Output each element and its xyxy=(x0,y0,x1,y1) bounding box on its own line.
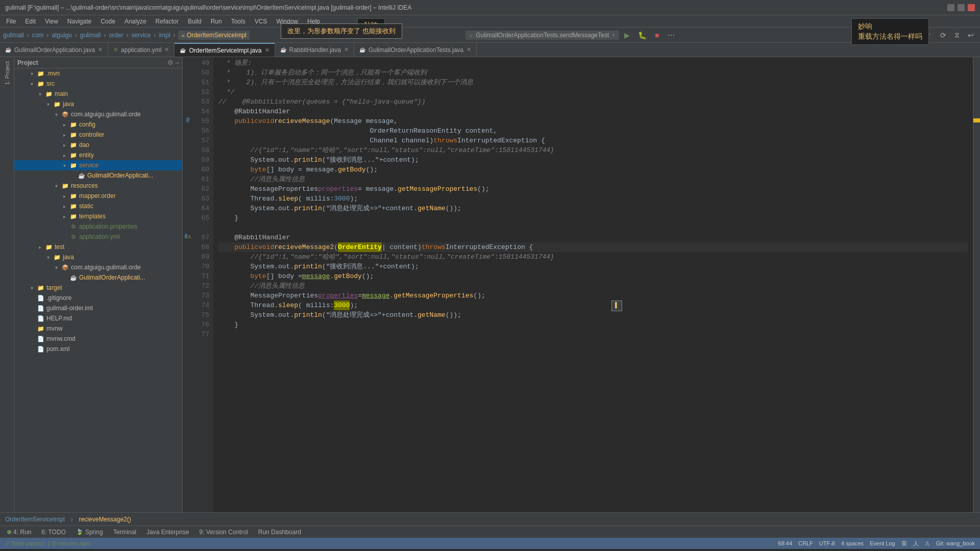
app-title: gulimall [F:\gulimall] – ...\gulimall-or… xyxy=(5,4,411,11)
menu-file[interactable]: File xyxy=(2,17,20,26)
breadcrumb-order[interactable]: order xyxy=(109,32,123,39)
run-tab-run[interactable]: 4: Run xyxy=(3,526,35,538)
tree-src[interactable]: ▾ 📁 src xyxy=(14,79,182,89)
menu-refactor[interactable]: Refactor xyxy=(152,17,183,26)
breadcrumb-service[interactable]: service xyxy=(131,32,151,39)
menu-vcs[interactable]: VCS xyxy=(251,17,272,26)
tree-minimize[interactable]: – xyxy=(176,59,179,66)
tree-controller[interactable]: ▸ 📁 controller xyxy=(14,130,182,140)
run-tab-spring[interactable]: 🍃 Spring xyxy=(72,526,107,538)
tree-test[interactable]: ▸ 📁 test xyxy=(14,242,182,252)
menu-analyze[interactable]: Analyze xyxy=(120,17,151,26)
git-history[interactable]: ⧖ xyxy=(951,30,963,40)
cursor-indicator: ▌ xyxy=(611,300,622,311)
tree-gulimallorderapp[interactable]: ☕ GulimallOrderApplicati... xyxy=(14,170,182,181)
tree-resources[interactable]: ▾ 📁 resources xyxy=(14,181,182,191)
tree-pomxml[interactable]: 📄 pom.xml xyxy=(14,344,182,354)
menu-run[interactable]: Run xyxy=(207,17,226,26)
tree-test-java[interactable]: ▾ 📁 java xyxy=(14,252,182,262)
test-result: ✓ Tests passed: 1 (5 minutes ago) xyxy=(5,540,91,547)
tree-app-yml[interactable]: ⚙ application.yml xyxy=(14,232,182,242)
code-line-76: } xyxy=(218,320,968,330)
tab-applicationyml[interactable]: ⚙ application.yml ✕ xyxy=(108,43,175,57)
code-line-65: } xyxy=(218,213,968,223)
tab-gulimallorderapplication[interactable]: ☕ GulimallOrderApplication.java ✕ xyxy=(0,43,108,57)
code-line-75: System.out.println("消息处理完成=>"+content.ge… xyxy=(218,310,968,320)
menu-navigate[interactable]: Navigate xyxy=(63,17,95,26)
right-gutter[interactable] xyxy=(973,57,980,512)
code-line-73: MessageProperties properties = message.g… xyxy=(218,291,968,300)
close-tab-1[interactable]: ✕ xyxy=(98,46,103,53)
menu-edit[interactable]: Edit xyxy=(21,17,40,26)
tree-mvn[interactable]: ▾ 📁 .mvn xyxy=(14,68,182,79)
run-tabs-bar: 4: Run 6: TODO 🍃 Spring Terminal Java En… xyxy=(0,525,980,538)
close-tab-5[interactable]: ✕ xyxy=(467,46,471,53)
tree-helpmd[interactable]: 📄 HELP.md xyxy=(14,313,182,323)
close-tab-4[interactable]: ✕ xyxy=(344,46,349,53)
breadcrumb-method[interactable]: recieveMessage2() xyxy=(79,516,131,523)
line-numbers: 49 50 51 52 53 54 55 56 57 58 59 60 61 6… xyxy=(193,57,213,512)
git-revert[interactable]: ↩ xyxy=(965,30,977,40)
tree-dao[interactable]: ▸ 📁 dao xyxy=(14,140,182,150)
tree-test-com[interactable]: ▾ 📦 com.atguigu.gulimall.orde xyxy=(14,262,182,272)
code-content[interactable]: * 场景: * 1)、订单服务启动多个；同一个消息，只能有一个客户端收到 * 2… xyxy=(213,57,973,512)
tree-entity[interactable]: ▸ 📁 entity xyxy=(14,150,182,160)
tree-com-atguigu[interactable]: ▾ 📦 com.atguigu.gulimall.orde xyxy=(14,109,182,119)
menu-code[interactable]: Code xyxy=(96,17,119,26)
breadcrumb-gulimall2[interactable]: gulimall xyxy=(80,32,101,39)
tooltip-miao-xiang: 妙响 重载方法名得一样吗 xyxy=(851,18,929,45)
run-button[interactable]: ▶ xyxy=(621,30,633,40)
maximize-button[interactable] xyxy=(958,4,965,11)
tabs-bar: ☕ GulimallOrderApplication.java ✕ ⚙ appl… xyxy=(0,43,980,57)
tree-app-properties[interactable]: ⚙ application.properties xyxy=(14,221,182,232)
more-run[interactable]: ⋯ xyxy=(665,30,678,40)
git-push[interactable]: ⟳ xyxy=(937,30,949,40)
run-tab-run-dashboard[interactable]: Run Dashboard xyxy=(254,526,305,538)
tree-iml[interactable]: 📄 gulimall-order.iml xyxy=(14,303,182,313)
breadcrumb-com[interactable]: com xyxy=(32,32,44,39)
line-separator: CRLF xyxy=(798,540,813,546)
cursor-position: 68:44 xyxy=(778,540,793,546)
tree-gitignore[interactable]: 📄 .gitignore xyxy=(14,293,182,303)
menu-build[interactable]: Build xyxy=(184,17,206,26)
tree-config[interactable]: ▸ 📁 config xyxy=(14,119,182,130)
close-button[interactable] xyxy=(968,4,975,11)
tree-mapper-order[interactable]: ▸ 📁 mapper.order xyxy=(14,191,182,201)
run-tab-terminal[interactable]: Terminal xyxy=(109,526,140,538)
code-line-59: System.out.println("接收到消息..."+content); xyxy=(218,155,968,165)
debug-button[interactable]: 🐛 xyxy=(635,30,650,40)
tab-orderitemserviceimpl[interactable]: ☕ OrderItemServiceImpl.java ✕ xyxy=(175,43,275,57)
tree-templates[interactable]: ▸ 📁 templates xyxy=(14,211,182,221)
tree-options[interactable]: ⚙ xyxy=(167,59,174,66)
tree-service[interactable]: ▾ 📁 service xyxy=(14,160,182,170)
close-tab-3[interactable]: ✕ xyxy=(265,47,270,54)
code-line-70: System.out.println("接收到消息..."+content); xyxy=(218,262,968,271)
tree-target[interactable]: ▾ 📁 target xyxy=(14,283,182,293)
run-config-selector[interactable]: ☕ GulimallOrderApplicationTests.sendMess… xyxy=(465,31,619,40)
run-tab-java-enterprise[interactable]: Java Enterprise xyxy=(142,526,193,538)
close-tab-2[interactable]: ✕ xyxy=(164,46,169,53)
run-tab-todo[interactable]: 6: TODO xyxy=(37,526,70,538)
tree-java[interactable]: ▾ 📁 java xyxy=(14,99,182,109)
notifications: 人 xyxy=(913,540,919,547)
breadcrumb-class[interactable]: OrderItemServiceImpl xyxy=(5,516,65,523)
breadcrumb-atguigu[interactable]: atguigu xyxy=(52,32,71,39)
breadcrumb-impl[interactable]: impl xyxy=(159,32,170,39)
bottom-breadcrumb-bar: OrderItemServiceImpl › recieveMessage2() xyxy=(0,512,980,525)
tree-main[interactable]: ▾ 📁 main xyxy=(14,89,182,99)
stop-button[interactable]: ■ xyxy=(652,30,662,40)
tab-gulimallorderapplicationtests[interactable]: ☕ GulimallOrderApplicationTests.java ✕ xyxy=(354,43,477,57)
menu-tools[interactable]: Tools xyxy=(227,17,250,26)
project-panel-icon[interactable]: 1: Project xyxy=(4,59,10,87)
menu-view[interactable]: View xyxy=(41,17,62,26)
tree-mvnwcmd[interactable]: 📄 mvnw.cmd xyxy=(14,334,182,344)
breadcrumb-gulimall[interactable]: gulimall xyxy=(3,32,24,39)
tree-mvnw[interactable]: 📁 mvnw xyxy=(14,323,182,334)
event-log[interactable]: Event Log xyxy=(870,540,895,546)
tree-static[interactable]: ▸ 📁 static xyxy=(14,201,182,211)
minimize-button[interactable] xyxy=(947,4,954,11)
run-tab-version-control[interactable]: 9: Version Control xyxy=(195,526,252,538)
tree-test-app[interactable]: ☕ GulimallOrderApplicati... xyxy=(14,272,182,283)
tab-rabbithandler[interactable]: ☕ RabbitHandler.java ✕ xyxy=(275,43,354,57)
warnings: ⚠ xyxy=(925,540,930,547)
